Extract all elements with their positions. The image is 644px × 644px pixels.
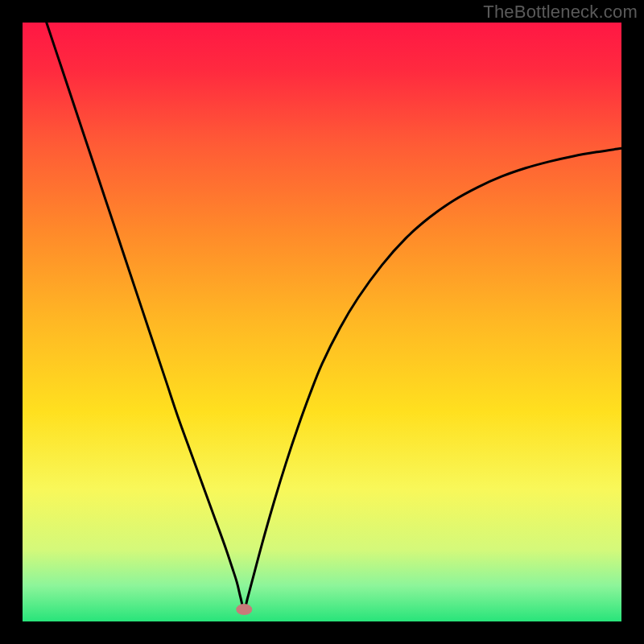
optimum-marker [236,604,252,615]
chart-frame: TheBottleneck.com [0,0,644,644]
gradient-background [23,23,621,621]
watermark-text: TheBottleneck.com [483,2,638,23]
chart-svg [23,23,621,621]
plot-area [23,23,621,621]
